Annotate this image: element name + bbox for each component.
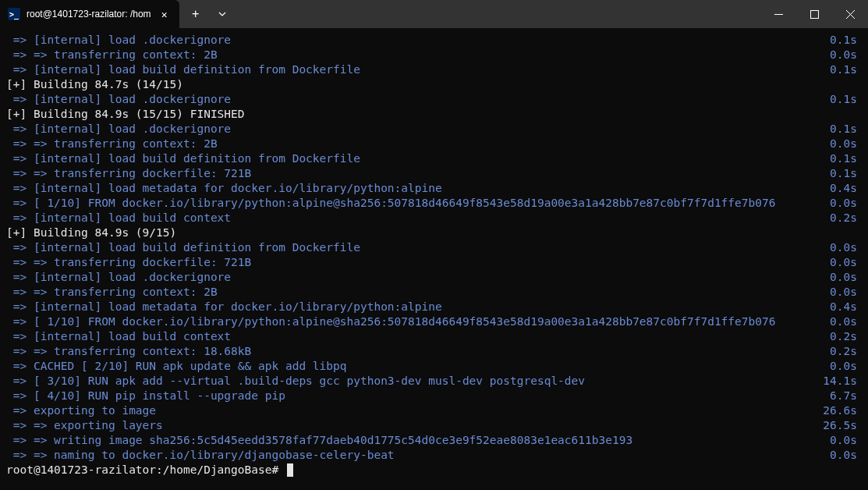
terminal-line-text: => [internal] load .dockerignore [6, 33, 827, 48]
cursor [287, 463, 293, 477]
terminal-line-text: => [internal] load .dockerignore [6, 270, 827, 285]
terminal-line-text: => => transferring dockerfile: 721B [6, 166, 827, 181]
terminal-line-text: [+] Building 84.9s (9/15) [6, 225, 865, 240]
terminal-line: => [internal] load build context0.2s [6, 211, 865, 225]
terminal-line-text: => [internal] load build definition from… [6, 151, 827, 166]
terminal-line: => [internal] load metadata for docker.i… [6, 181, 865, 196]
terminal-line-time: 0.1s [827, 92, 865, 107]
terminal-line: => => naming to docker.io/library/django… [6, 448, 865, 463]
terminal-line-text: => => transferring context: 2B [6, 137, 827, 151]
terminal-line-time: 6.7s [827, 389, 865, 403]
terminal-line: => [internal] load .dockerignore0.1s [6, 92, 865, 107]
terminal-line-text: => => transferring context: 2B [6, 285, 827, 300]
terminal-line: => [internal] load .dockerignore0.0s [6, 270, 865, 285]
terminal-line-text: => [ 4/10] RUN pip install --upgrade pip [6, 389, 827, 403]
terminal-line-time: 0.4s [827, 300, 865, 314]
terminal-line-text: => [internal] load .dockerignore [6, 92, 827, 107]
terminal-line-text: => [internal] load metadata for docker.i… [6, 300, 827, 314]
terminal-line-text: => => transferring context: 2B [6, 48, 827, 62]
terminal-line-text: => [internal] load build definition from… [6, 240, 827, 255]
terminal-line: => [ 1/10] FROM docker.io/library/python… [6, 314, 865, 329]
terminal-line-time: 0.0s [827, 285, 865, 300]
terminal-line: => [internal] load .dockerignore0.1s [6, 122, 865, 137]
terminal-line-text: => exporting to image [6, 403, 823, 418]
terminal-line-text: => [ 1/10] FROM docker.io/library/python… [6, 196, 827, 211]
terminal-body[interactable]: => [internal] load .dockerignore0.1s => … [0, 28, 868, 490]
terminal-line: => => exporting layers26.5s [6, 418, 865, 433]
window-controls [760, 0, 868, 28]
terminal-line-text: => [internal] load .dockerignore [6, 122, 827, 137]
terminal-line: => [ 1/10] FROM docker.io/library/python… [6, 196, 865, 211]
tab-icon-text: >_ [9, 10, 19, 19]
terminal-line: => [internal] load build context0.2s [6, 329, 865, 344]
new-tab-button[interactable]: + [182, 0, 209, 28]
terminal-line: => => transferring context: 2B0.0s [6, 137, 865, 151]
terminal-line: => [internal] load build definition from… [6, 240, 865, 255]
terminal-line-text: => [internal] load build context [6, 211, 827, 225]
terminal-line: => => transferring context: 2B0.0s [6, 285, 865, 300]
chevron-down-icon [218, 12, 226, 16]
prompt-text: root@1401723-razilator:/home/DjangoBase# [6, 463, 285, 478]
tab-dropdown-button[interactable] [209, 0, 236, 28]
titlebar-spacer[interactable] [236, 0, 760, 28]
tab-title: root@1401723-razilator: /hom [27, 9, 151, 20]
terminal-line-time: 0.0s [827, 255, 865, 270]
terminal-line-text: => => transferring context: 18.68kB [6, 344, 827, 359]
terminal-line-text: => [internal] load metadata for docker.i… [6, 181, 827, 196]
minimize-button[interactable] [760, 0, 796, 28]
terminal-line-time: 0.0s [827, 448, 865, 463]
terminal-line-time: 0.0s [827, 196, 865, 211]
terminal-line-text: => CACHED [ 2/10] RUN apk update && apk … [6, 359, 827, 374]
terminal-line-text: => [internal] load build context [6, 329, 827, 344]
tab[interactable]: >_ root@1401723-razilator: /hom ✕ [0, 0, 179, 28]
maximize-button[interactable] [796, 0, 832, 28]
terminal-line-text: => => transferring dockerfile: 721B [6, 255, 827, 270]
minimize-icon [774, 10, 783, 19]
close-icon [846, 10, 855, 19]
terminal-line-time: 0.0s [827, 48, 865, 62]
terminal-line: [+] Building 84.9s (15/15) FINISHED [6, 107, 865, 122]
terminal-line: => [ 3/10] RUN apk add --virtual .build-… [6, 374, 865, 389]
terminal-line-time: 26.6s [823, 403, 865, 418]
terminal-line-time: 0.4s [827, 181, 865, 196]
close-window-button[interactable] [832, 0, 868, 28]
terminal-line: => => transferring context: 2B0.0s [6, 48, 865, 62]
terminal-line: => [internal] load metadata for docker.i… [6, 300, 865, 314]
terminal-line-time: 0.2s [827, 211, 865, 225]
terminal-line-time: 14.1s [823, 374, 865, 389]
terminal-line-time: 26.5s [823, 418, 865, 433]
terminal-line: => => transferring dockerfile: 721B0.1s [6, 166, 865, 181]
terminal-line-text: [+] Building 84.7s (14/15) [6, 77, 865, 92]
terminal-line-time: 0.2s [827, 329, 865, 344]
terminal-line-text: => [internal] load build definition from… [6, 62, 827, 77]
maximize-icon [810, 10, 819, 19]
terminal-line-text: => => naming to docker.io/library/django… [6, 448, 827, 463]
terminal-line-time: 0.0s [827, 433, 865, 448]
close-tab-button[interactable]: ✕ [158, 7, 172, 21]
terminal-line-time: 0.0s [827, 359, 865, 374]
terminal-line-time: 0.0s [827, 240, 865, 255]
terminal-line-time: 0.1s [827, 166, 865, 181]
terminal-line-text: => => exporting layers [6, 418, 823, 433]
terminal-line-time: 0.1s [827, 33, 865, 48]
terminal-line: => => writing image sha256:5c5d45eedd357… [6, 433, 865, 448]
terminal-line-time: 0.1s [827, 151, 865, 166]
terminal-line-text: => [ 1/10] FROM docker.io/library/python… [6, 314, 827, 329]
terminal-line-text: => => writing image sha256:5c5d45eedd357… [6, 433, 827, 448]
terminal-line: => [internal] load build definition from… [6, 151, 865, 166]
terminal-line: => [internal] load build definition from… [6, 62, 865, 77]
tab-actions: + [179, 0, 236, 28]
terminal-line-time: 0.0s [827, 137, 865, 151]
terminal-line: => => transferring dockerfile: 721B0.0s [6, 255, 865, 270]
terminal-line: => => transferring context: 18.68kB0.2s [6, 344, 865, 359]
terminal-line-time: 0.1s [827, 122, 865, 137]
terminal-line: [+] Building 84.7s (14/15) [6, 77, 865, 92]
svg-rect-1 [810, 10, 818, 18]
powershell-icon: >_ [8, 8, 20, 20]
prompt-line[interactable]: root@1401723-razilator:/home/DjangoBase# [6, 463, 865, 478]
terminal-line-text: => [ 3/10] RUN apk add --virtual .build-… [6, 374, 823, 389]
terminal-line-time: 0.1s [827, 62, 865, 77]
terminal-line-time: 0.0s [827, 314, 865, 329]
terminal-line: => CACHED [ 2/10] RUN apk update && apk … [6, 359, 865, 374]
titlebar: >_ root@1401723-razilator: /hom ✕ + [0, 0, 868, 28]
